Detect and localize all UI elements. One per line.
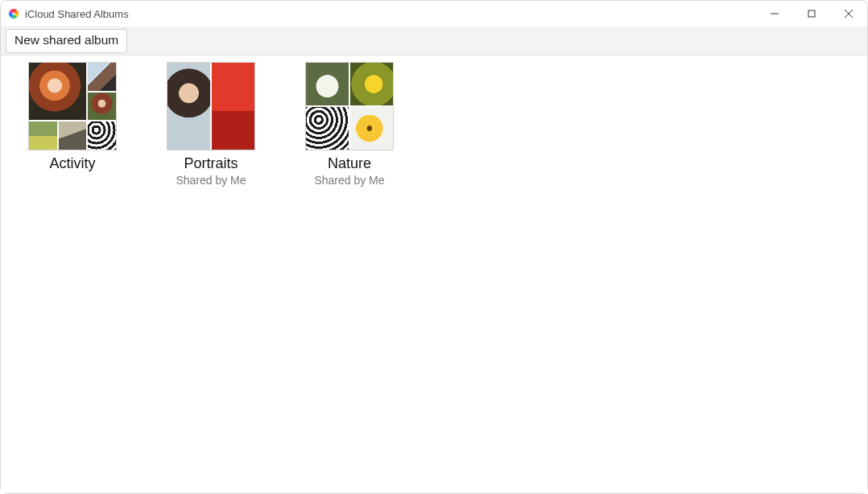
album-grid: Activity Portraits Shared by Me (1, 56, 867, 493)
photo-thumbnail (350, 107, 393, 150)
window-controls (756, 1, 867, 27)
photo-thumbnail (88, 93, 116, 121)
album-thumbnail (305, 62, 394, 150)
close-button[interactable] (830, 1, 867, 27)
album-title: Activity (49, 155, 95, 172)
photo-thumbnail (350, 63, 393, 105)
svg-point-1 (12, 12, 14, 14)
titlebar: iCloud Shared Albums (1, 1, 867, 27)
photo-thumbnail (306, 107, 349, 150)
photo-thumbnail (306, 63, 349, 105)
photo-thumbnail (88, 63, 116, 91)
photo-thumbnail (88, 121, 116, 150)
app-window: iCloud Shared Albums New shared album (0, 0, 868, 494)
album-thumbnail (28, 62, 117, 150)
album-nature[interactable]: Nature Shared by Me (289, 62, 410, 187)
svg-rect-3 (808, 10, 815, 17)
app-icon (7, 7, 20, 20)
photo-thumbnail (29, 121, 57, 150)
photo-thumbnail (59, 121, 87, 150)
photo-thumbnail (212, 63, 254, 150)
window-title: iCloud Shared Albums (25, 8, 756, 20)
album-subtitle: Shared by Me (314, 174, 384, 187)
album-subtitle: Shared by Me (176, 174, 246, 187)
album-portraits[interactable]: Portraits Shared by Me (151, 62, 271, 187)
album-title: Portraits (184, 155, 238, 172)
photo-thumbnail (29, 63, 86, 120)
new-shared-album-button[interactable]: New shared album (6, 29, 127, 52)
toolbar: New shared album (1, 27, 867, 56)
album-activity[interactable]: Activity (12, 62, 133, 172)
album-thumbnail (167, 62, 255, 150)
photo-thumbnail (167, 63, 210, 150)
maximize-button[interactable] (793, 1, 830, 27)
minimize-button[interactable] (756, 1, 793, 27)
album-title: Nature (328, 155, 371, 172)
